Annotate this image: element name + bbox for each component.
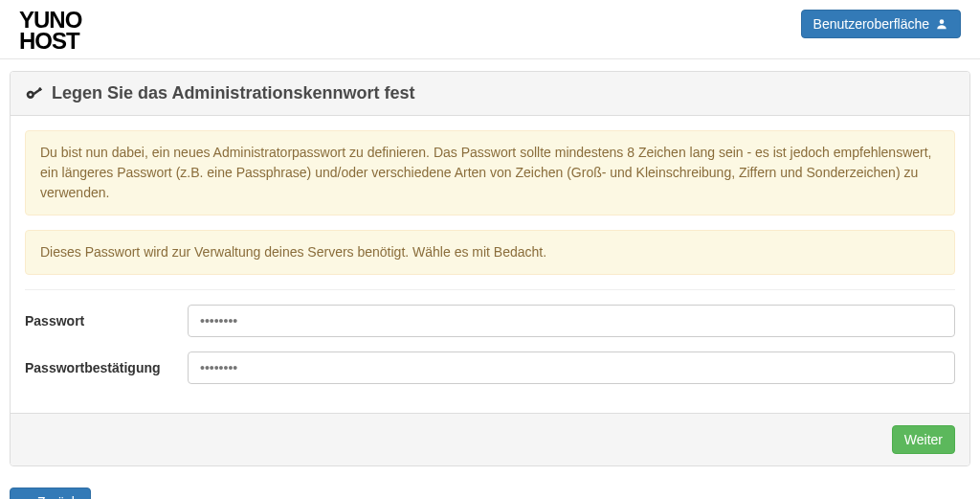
next-button[interactable]: Weiter <box>892 425 955 454</box>
alert-password-requirements: Du bist nun dabei, ein neues Administrat… <box>25 130 955 215</box>
back-button[interactable]: Zurück <box>10 488 91 499</box>
key-icon <box>25 84 44 103</box>
password-label: Passwort <box>25 313 188 329</box>
confirm-form-group: Passwortbestätigung <box>25 352 955 384</box>
panel-footer: Weiter <box>11 413 969 465</box>
svg-point-0 <box>940 19 945 24</box>
svg-point-2 <box>29 93 32 96</box>
next-button-label: Weiter <box>904 432 943 447</box>
main-container: Legen Sie das Administrationskennwort fe… <box>0 59 980 478</box>
back-row: Zurück <box>0 478 980 499</box>
user-icon <box>935 17 948 31</box>
user-interface-label: Benutzeroberfläche <box>813 16 929 32</box>
back-button-label: Zurück <box>37 494 78 499</box>
panel-heading: Legen Sie das Administrationskennwort fe… <box>11 72 969 116</box>
alert-password-warning: Dieses Passwort wird zur Verwaltung dein… <box>25 230 955 275</box>
logo: Yuno Host <box>19 10 81 51</box>
user-interface-button[interactable]: Benutzeroberfläche <box>801 10 961 38</box>
header: Yuno Host Benutzeroberfläche <box>0 0 980 59</box>
confirm-input[interactable] <box>188 352 955 384</box>
password-panel: Legen Sie das Administrationskennwort fe… <box>10 71 970 466</box>
panel-body: Du bist nun dabei, ein neues Administrat… <box>11 116 969 413</box>
confirm-label: Passwortbestätigung <box>25 360 188 375</box>
password-form-group: Passwort <box>25 305 955 337</box>
password-input[interactable] <box>188 305 955 337</box>
panel-title: Legen Sie das Administrationskennwort fe… <box>52 83 414 103</box>
separator <box>25 289 955 290</box>
